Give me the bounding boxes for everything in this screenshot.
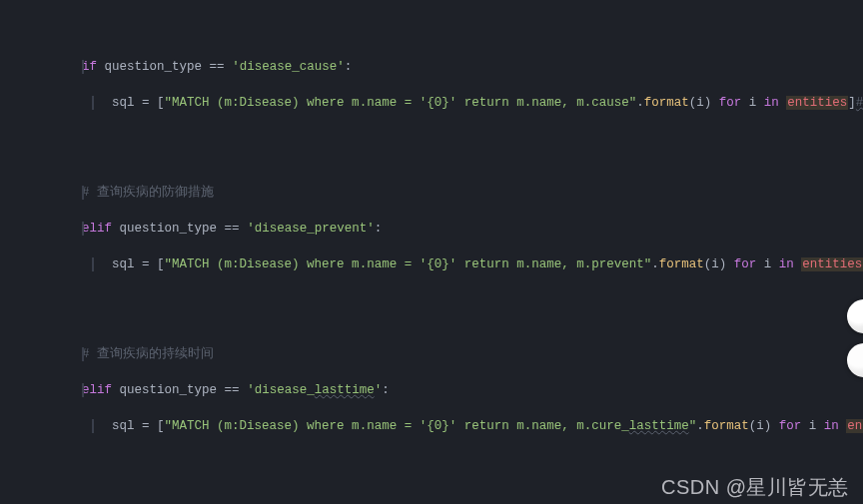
code-line: elif question_type == 'disease_prevent':	[22, 220, 863, 238]
keyword-if: if	[82, 60, 97, 74]
code-line: sql = ["MATCH (m:Disease) where m.name =…	[22, 94, 863, 112]
code-line: if question_type == 'disease_cause':	[22, 58, 863, 76]
identifier-entities: entities	[786, 96, 848, 110]
code-editor[interactable]: if question_type == 'disease_cause': sql…	[0, 0, 863, 504]
code-line: sql = ["MATCH (m:Disease) where m.name =…	[22, 255, 863, 273]
code-line: elif question_type == 'disease_lasttime'…	[22, 381, 863, 399]
code-line: # 查询疾病的持续时间	[22, 345, 863, 363]
code-line: # 查询疾病的防御措施	[22, 184, 863, 202]
code-line: sql = ["MATCH (m:Disease) where m.name =…	[22, 417, 863, 435]
